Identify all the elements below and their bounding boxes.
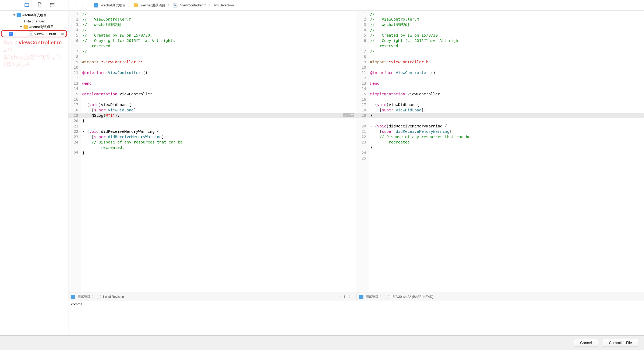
file-name: ViewC…ller.m [34, 32, 56, 36]
tree-changed-text: 1 file changed [0, 18, 68, 24]
chevron-right-icon: 〉 [168, 3, 171, 8]
file-tree: wechat测试项目 1 file changed wechat测试项目 m V… [0, 11, 68, 335]
commit-text: commit [71, 302, 82, 306]
project-name: wechat测试项目 [22, 13, 47, 18]
m-file-icon: m [29, 32, 33, 36]
svg-point-6 [50, 6, 51, 6]
pager-next[interactable]: 〉 [349, 294, 352, 299]
commit-message-input[interactable]: commit [68, 301, 644, 335]
diff-view: 1234567891011121314151617181920212223242… [68, 11, 644, 293]
bottom-bar: 测试项目 〉 Local Revision 〈 1 〉 测试项目 〉 [68, 293, 644, 301]
pager: 〈 1 〉 [337, 294, 352, 299]
btm-left-proj[interactable]: 测试项目 [77, 294, 90, 299]
diff-count: 1 [348, 113, 350, 117]
nav-back-button[interactable]: 〈 [71, 2, 77, 9]
right-gutter: 1234567891011121314151617181920212223242… [356, 11, 369, 293]
folder-name: wechat测试项目 [29, 25, 54, 29]
breadcrumb-bar: 〈 〉 wechat测试项目 〉 wechat测试项目 〉 m ViewCont… [68, 0, 644, 11]
bottom-right: 测试项目 〉 15/8/30 ws 22 (BASE, HEAD) [356, 294, 644, 299]
folder-icon [134, 3, 138, 7]
chevron-right-icon: 〉 [380, 294, 383, 299]
file-status: M [61, 32, 64, 36]
sidebar: wechat测试项目 1 file changed wechat测试项目 m V… [0, 0, 68, 335]
chevron-down-icon[interactable] [20, 26, 22, 28]
diff-right-pane[interactable]: 1234567891011121314151617181920212223242… [356, 11, 644, 293]
chevron-down-icon[interactable] [13, 14, 15, 16]
crumb-project[interactable]: wechat测试项目 [101, 3, 126, 8]
project-icon [359, 295, 363, 299]
crumb-selection[interactable]: No Selection [214, 3, 234, 7]
editor-area: 〈 〉 wechat测试项目 〉 wechat测试项目 〉 m ViewCont… [68, 0, 644, 335]
chevron-right-icon: 〉 [208, 3, 212, 8]
m-file-icon: m [173, 3, 177, 7]
project-icon [94, 3, 98, 7]
file-view-icon[interactable] [37, 2, 42, 8]
tree-folder-row[interactable]: wechat测试项目 [0, 24, 68, 30]
left-gutter: 1234567891011121314151617181920212223242… [68, 11, 81, 293]
list-view-icon[interactable] [50, 2, 55, 8]
clock-icon [97, 295, 101, 299]
annotation-line2: 系统只提交这个文件，说明忽略成功 [3, 53, 65, 68]
folder-icon [24, 25, 28, 29]
diff-left-pane[interactable]: 1234567891011121314151617181920212223242… [68, 11, 356, 293]
pager-page: 1 [344, 295, 346, 299]
annotation-line1: 修改了viewController.m文件 [3, 39, 65, 53]
project-icon [17, 13, 21, 17]
tree-file-row[interactable]: m ViewC…ller.m M [1, 30, 67, 37]
svg-rect-0 [25, 3, 29, 7]
svg-point-4 [50, 3, 51, 4]
btm-left-rev[interactable]: Local Revision [103, 295, 124, 299]
crumb-file[interactable]: ViewController.m [180, 3, 206, 7]
folder-view-icon[interactable] [24, 2, 29, 8]
right-code[interactable]: //// ViewController.m// wechat测试项目//// C… [369, 11, 644, 293]
pager-prev[interactable]: 〈 [337, 294, 340, 299]
chevron-right-icon: 〉 [128, 3, 131, 8]
bottom-left: 测试项目 〉 Local Revision 〈 1 〉 [68, 294, 356, 299]
check-icon: ✓ [344, 113, 347, 117]
nav-forward-button[interactable]: 〉 [80, 2, 87, 9]
chevron-down-icon: ▾ [351, 113, 353, 117]
left-code[interactable]: //// ViewController.m// wechat测试项目//// C… [81, 11, 356, 293]
chevron-right-icon: 〉 [92, 294, 95, 299]
btm-right-proj[interactable]: 测试项目 [366, 294, 378, 299]
commit-button[interactable]: Commit 1 File [603, 339, 638, 347]
tree-project-row[interactable]: wechat测试项目 [0, 12, 68, 18]
crumb-folder[interactable]: wechat测试项目 [141, 3, 165, 8]
btm-right-rev[interactable]: 15/8/30 ws 22 (BASE, HEAD) [391, 295, 433, 299]
sidebar-toolbar [0, 0, 68, 11]
footer: Cancel Commit 1 File [0, 336, 644, 350]
svg-point-5 [50, 5, 51, 5]
cancel-button[interactable]: Cancel [574, 339, 598, 347]
project-icon [71, 295, 75, 299]
diff-change-badge[interactable]: ✓ 1 ▾ [343, 113, 354, 117]
annotation-overlay: 修改了viewController.m文件 系统只提交这个文件，说明忽略成功 [0, 37, 68, 69]
file-checkbox[interactable] [9, 32, 13, 36]
clock-icon [385, 295, 389, 299]
